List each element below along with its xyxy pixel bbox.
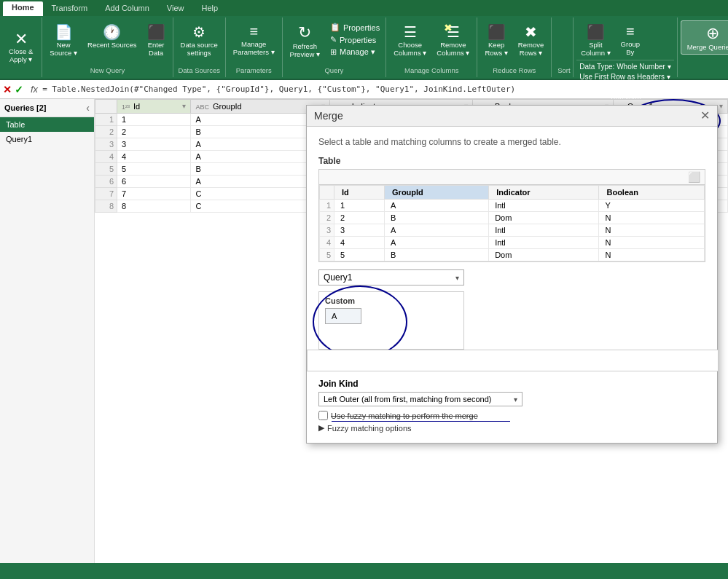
merge-table-row: 3 3 A Intl N [320,224,705,237]
fuzzy-annotation-line [332,421,510,422]
refresh-preview-button[interactable]: ↻ RefreshPreview ▾ [286,20,324,61]
tab-add-column[interactable]: Add Column [96,2,158,14]
formula-bar-confirm[interactable]: ✓ [15,84,23,95]
row-number: 3 [95,138,117,151]
custom-cell[interactable]: A [325,308,361,324]
merge-dialog: Merge ✕ Select a table and matching colu… [306,105,718,444]
ribbon-group-parameters: ≡ ManageParameters ▾ Parameters [226,17,283,77]
merge-queries-button[interactable]: ⊕ Merge Queries ▾ [681,20,728,55]
row-number: 6 [95,176,117,188]
cell-id: 3 [117,138,191,151]
formula-bar-cancel[interactable]: ✕ [3,84,12,95]
ribbon-group-combine: ⊕ Merge Queries ▾ ⬇ Append Queries ▾ 📎 C… [678,17,728,77]
replace-values-button[interactable]: Replace Values [576,82,673,92]
custom-label: Custom [325,296,458,305]
advanced-editor-button[interactable]: ✎Properties [327,34,383,45]
merge-preview-table: Id GroupId Indicator Boolean 1 1 A Intl … [319,185,705,261]
dialog-title: Merge [314,110,343,122]
merge-col-boolean[interactable]: Boolean [599,186,705,200]
fuzzy-options-expand[interactable]: ▶ Fuzzy matching options [318,423,705,433]
manage-parameters-button[interactable]: ≡ ManageParameters ▾ [229,20,279,59]
merge-table-label: Table [318,156,705,166]
fuzzy-matching-checkbox[interactable] [318,411,328,420]
ribbon-group-reduce-rows: ⬛ KeepRows ▾ ✖ RemoveRows ▾ Reduce Rows [477,17,552,77]
recent-sources-button[interactable]: 🕐 Recent Sources [83,20,141,52]
cell-id: 6 [117,176,191,188]
dialog-subtitle: Select a table and matching columns to c… [318,137,705,147]
join-kind-dropdown[interactable]: Left Outer (all from first, matching fro… [318,392,522,406]
merge-table-section: Table ⬜ Id GroupId [318,156,705,262]
manage-button[interactable]: ⊞Manage ▾ [327,47,383,58]
remove-columns-button[interactable]: ☰✖ RemoveColumns ▾ [432,20,474,60]
cell-id: 2 [117,126,191,138]
ribbon-group-transform: ⬛ SplitColumn ▾ ≡ GroupBy Data Type: Who… [574,17,677,77]
merge-col-groupid[interactable]: GroupId [385,186,489,200]
new-source-button[interactable]: 📄 NewSource ▾ [45,20,82,60]
row-number-header [95,100,117,114]
merge-col-id[interactable]: Id [334,186,385,200]
properties-button[interactable]: 📋Properties [327,22,383,33]
query-dropdown-arrow: ▾ [455,274,459,282]
ribbon-group-close-apply: ✕ Close &Apply ▾ [0,17,42,77]
queries-count-label: Queries [2] [4,103,46,112]
tab-view[interactable]: View [158,2,193,14]
row-number: 8 [95,200,117,213]
datasource-settings-button[interactable]: ⚙ Data sourcesettings [176,20,222,60]
use-first-row-button[interactable]: Use First Row as Headers ▾ [576,72,673,82]
cell-id: 5 [117,163,191,176]
sidebar-item-table[interactable]: Table [0,117,94,132]
fuzzy-matching-label: Use fuzzy matching to perform the merge [331,411,478,420]
join-kind-label: Join Kind [318,379,705,389]
row-number: 5 [95,163,117,176]
cell-id: 7 [117,188,191,200]
data-type-button[interactable]: Data Type: Whole Number ▾ [576,62,673,71]
tab-transform[interactable]: Transform [43,2,97,14]
queries-panel-header: Queries [2] ‹ [0,99,94,117]
queries-panel: Queries [2] ‹ Table Query1 [0,99,95,563]
choose-columns-button[interactable]: ☰ ChooseColumns ▾ [389,20,431,60]
sidebar-item-query1[interactable]: Query1 [0,132,94,146]
split-column-button[interactable]: ⬛ SplitColumn ▾ [576,20,614,60]
status-bar [0,563,728,579]
cell-id: 4 [117,151,191,163]
row-number: 1 [95,114,117,126]
formula-bar-formula: = Table.NestedJoin(#"Changed Type", {"Gr… [42,84,515,94]
remove-rows-button[interactable]: ✖ RemoveRows ▾ [514,20,548,60]
dialog-titlebar: Merge ✕ [307,106,717,127]
ribbon-group-manage-columns: ☰ ChooseColumns ▾ ☰✖ RemoveColumns ▾ Man… [386,17,477,77]
fuzzy-matching-row: Use fuzzy matching to perform the merge [318,411,705,420]
dialog-close-button[interactable]: ✕ [700,110,710,122]
enter-data-button[interactable]: ⬛ EnterData [143,20,170,60]
query-dropdown-wrapper[interactable]: Query1 ▾ [318,269,464,285]
join-kind-value: Left Outer (all from first, matching fro… [324,395,491,403]
row-number: 2 [95,126,117,138]
custom-section: Custom A [318,291,464,350]
ribbon-group-data-sources: ⚙ Data sourcesettings Data Sources [173,17,226,77]
row-number: 4 [95,151,117,163]
merge-table-row: 2 2 B Dom N [320,212,705,224]
query-dropdown-value: Query1 [324,272,352,283]
formula-bar-fx-icon: fx [31,84,38,95]
content-area: 1²³ Id ▾ ABC GroupId ▾ ABC Indicator ▾ [95,99,728,563]
cell-id: 1 [117,114,191,126]
ribbon-group-sort: Sort [552,17,574,77]
join-kind-arrow: ▾ [514,395,517,403]
ribbon-group-query: ↻ RefreshPreview ▾ 📋Properties ✎Properti… [283,17,387,77]
join-kind-section: Join Kind Left Outer (all from first, ma… [318,379,705,433]
close-apply-button[interactable]: ✕ Close &Apply ▾ [4,19,37,76]
group-by-button[interactable]: ≡ GroupBy [617,20,644,59]
col-header-id[interactable]: 1²³ Id ▾ [117,100,191,114]
merge-table-row: 4 4 A Intl N [320,237,705,249]
tab-home[interactable]: Home [3,1,43,16]
merge-table-row: 1 1 A Intl Y [320,200,705,212]
keep-rows-button[interactable]: ⬛ KeepRows ▾ [480,20,512,60]
cell-id: 8 [117,200,191,213]
merge-table-row: 5 5 B Dom N [320,249,705,261]
merge-col-indicator[interactable]: Indicator [489,186,599,200]
tab-help[interactable]: Help [192,2,227,14]
ribbon-group-new-query: 📄 NewSource ▾ 🕐 Recent Sources ⬛ EnterDa… [42,17,173,77]
table-expand-icon[interactable]: ⬜ [688,171,700,183]
row-number: 7 [95,188,117,200]
collapse-panel-button[interactable]: ‹ [86,102,90,114]
